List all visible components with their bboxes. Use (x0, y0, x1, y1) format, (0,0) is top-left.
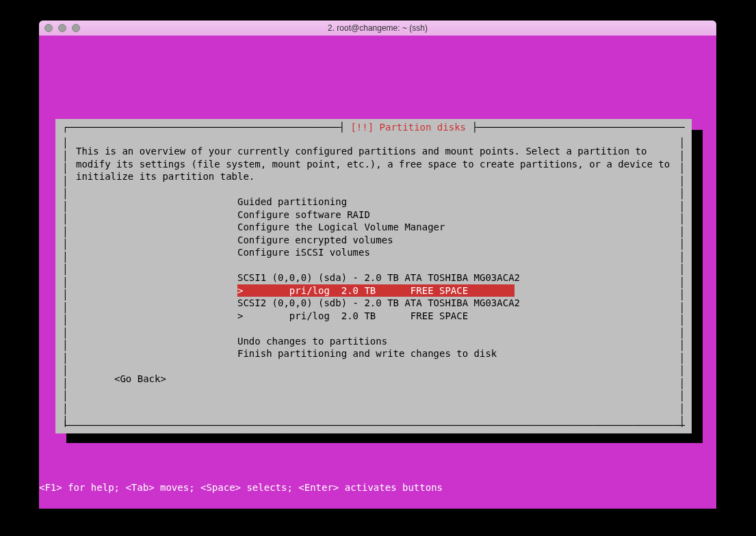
window-title: 2. root@changeme: ~ (ssh) (44, 23, 711, 33)
disk-sdb-partition-freespace[interactable]: > pri/log 2.0 TB FREE SPACE (237, 310, 675, 323)
window-controls (44, 24, 80, 32)
menu-configure-iscsi[interactable]: Configure iSCSI volumes (237, 246, 675, 259)
menu-configure-encrypted[interactable]: Configure encrypted volumes (237, 234, 675, 247)
maximize-button[interactable] (72, 24, 80, 32)
disk-sda-header[interactable]: SCSI1 (0,0,0) (sda) - 2.0 TB ATA TOSHIBA… (237, 271, 675, 284)
dialog-description: This is an overview of your currently co… (72, 141, 675, 183)
dialog-bottom-border: └───────────────────────────────────────… (62, 420, 685, 431)
dialog-title: [!!] Partition disks (350, 122, 466, 133)
menu-configure-raid[interactable]: Configure software RAID (237, 209, 675, 222)
partition-dialog: ┌───────────────────────────────────────… (55, 119, 692, 433)
menu-undo-changes[interactable]: Undo changes to partitions (237, 335, 675, 348)
close-button[interactable] (44, 24, 53, 32)
disk-sda-partition-freespace[interactable]: > pri/log 2.0 TB FREE SPACE (237, 284, 514, 297)
minimize-button[interactable] (58, 24, 66, 32)
menu-guided-partitioning[interactable]: Guided partitioning (237, 196, 675, 209)
terminal-window: 2. root@changeme: ~ (ssh) ┌─────────────… (39, 21, 716, 509)
disk-sdb-header[interactable]: SCSI2 (0,0,0) (sdb) - 2.0 TB ATA TOSHIBA… (237, 297, 675, 310)
dialog-top-border: ┌───────────────────────────────────────… (62, 122, 685, 133)
terminal-area: ┌───────────────────────────────────────… (39, 36, 716, 509)
menu-finish-partitioning[interactable]: Finish partitioning and write changes to… (237, 347, 675, 360)
go-back-button[interactable]: <Go Back> (114, 373, 166, 384)
titlebar: 2. root@changeme: ~ (ssh) (39, 21, 716, 36)
menu-configure-lvm[interactable]: Configure the Logical Volume Manager (237, 221, 675, 234)
help-line: <F1> for help; <Tab> moves; <Space> sele… (39, 481, 443, 494)
